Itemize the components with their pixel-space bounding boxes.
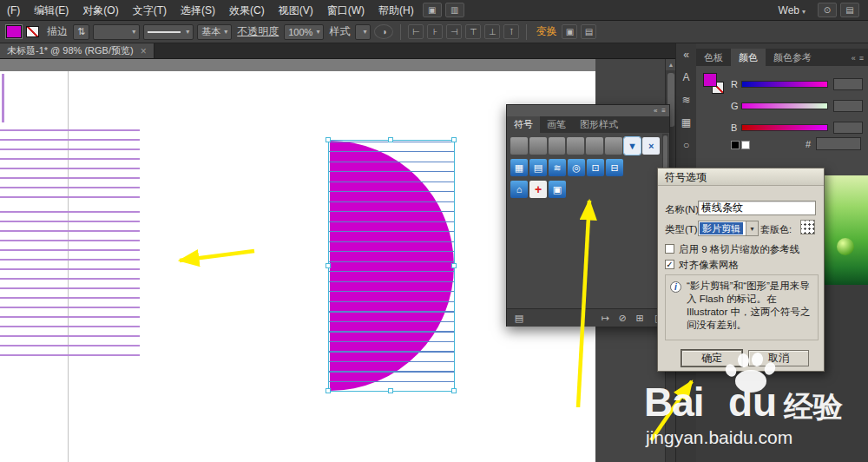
selection-handle[interactable]	[326, 263, 331, 268]
brush-definition-dropdown[interactable]: 基本▾	[197, 24, 232, 40]
registration-point-selector[interactable]	[800, 220, 815, 234]
medical-symbol[interactable]: +	[529, 181, 547, 198]
swatches-panel-icon[interactable]: ▦	[678, 115, 695, 131]
document-tab[interactable]: 未标题-1* @ 98% (RGB/预览) ×	[0, 43, 155, 58]
web-bar-symbol-6[interactable]	[605, 137, 622, 155]
menu-type[interactable]: 文字(T)	[126, 0, 174, 21]
nine-slice-checkbox[interactable]	[665, 244, 674, 254]
tab-symbols[interactable]: 符号	[507, 116, 540, 133]
variable-width-profile-dropdown[interactable]: ▾	[143, 24, 194, 40]
place-symbol-icon[interactable]: ↦	[598, 311, 612, 325]
symbol-type-dropdown[interactable]: 影片剪辑 ▾	[698, 221, 759, 236]
web-bar-symbol-1[interactable]	[510, 137, 528, 155]
selection-handle[interactable]	[326, 388, 331, 393]
selection-handle[interactable]	[326, 137, 331, 142]
align-top-icon[interactable]: ⊤	[465, 24, 481, 39]
stripes-artwork-upper[interactable]	[0, 129, 140, 203]
close-button-symbol[interactable]: ×	[642, 137, 660, 155]
channel-slider[interactable]	[741, 124, 828, 131]
selection-handle[interactable]	[451, 263, 457, 268]
web-bar-symbol-3[interactable]	[549, 137, 566, 155]
align-left-icon[interactable]: ⊢	[408, 24, 424, 39]
search-icon[interactable]: ⊙	[818, 3, 837, 17]
channel-value-field[interactable]	[833, 100, 863, 112]
break-link-icon[interactable]: ⊘	[615, 311, 629, 325]
workspace-switcher[interactable]: Web▾	[772, 4, 812, 16]
selection-box[interactable]	[328, 140, 455, 392]
symbol-library-icon[interactable]: ▤	[512, 311, 526, 325]
cart-symbol[interactable]: ⊟	[606, 159, 623, 176]
channel-value-field[interactable]	[833, 122, 863, 134]
align-right-icon[interactable]: ⊣	[446, 24, 462, 39]
new-symbol-icon[interactable]: ⊞	[633, 311, 647, 325]
home-symbol[interactable]: ⌂	[510, 181, 528, 198]
rss-symbol[interactable]: ≋	[549, 159, 566, 176]
close-tab-icon[interactable]: ×	[141, 45, 147, 57]
transform-link[interactable]: 变换	[536, 24, 556, 39]
menu-select[interactable]: 选择(S)	[174, 0, 222, 21]
symbol-name-input[interactable]	[698, 201, 816, 215]
character-panel-icon[interactable]: A	[678, 69, 695, 86]
printer-symbol[interactable]: ▣	[549, 181, 566, 198]
stripe-artwork-edge[interactable]	[2, 74, 4, 122]
monitor-symbol[interactable]: ⊡	[587, 159, 604, 176]
align-bottom-icon[interactable]: ⊺	[503, 24, 519, 39]
stroke-weight-dropdown[interactable]: ▾	[93, 24, 140, 40]
symbols-panel-header[interactable]: «≡	[507, 105, 669, 116]
tab-brushes[interactable]: 画笔	[540, 116, 573, 133]
stroke-weight-stepper[interactable]: ⇅	[73, 24, 89, 40]
channel-slider[interactable]	[741, 102, 828, 109]
web-bar-symbol-4[interactable]	[567, 137, 584, 155]
appearance-panel-icon[interactable]: ○	[678, 137, 695, 154]
calendar-symbol[interactable]: ▤	[529, 159, 547, 176]
stroke-color-swatch[interactable]	[26, 26, 39, 37]
dialog-title[interactable]: 符号选项	[658, 168, 824, 186]
opacity-dropdown[interactable]: 100%▾	[284, 24, 324, 40]
tab-swatches[interactable]: 色板	[696, 49, 731, 66]
cancel-button[interactable]: 取消	[748, 350, 809, 366]
arrange-documents-icon[interactable]: ▥	[445, 3, 464, 17]
selection-handle[interactable]	[451, 137, 457, 142]
color-spectrum[interactable]	[823, 175, 868, 285]
chevron-down-icon[interactable]: ▾	[746, 221, 758, 235]
fill-color-swatch[interactable]	[6, 25, 22, 38]
menu-window[interactable]: 窗口(W)	[320, 0, 372, 21]
web-bar-symbol-5[interactable]	[586, 137, 603, 155]
menu-effect[interactable]: 效果(C)	[222, 0, 272, 21]
channel-value-field[interactable]	[833, 78, 863, 90]
dropdown-button-symbol[interactable]: ▼	[624, 137, 641, 155]
fill-proxy-swatch[interactable]	[703, 73, 717, 87]
search-symbol[interactable]: ◎	[568, 159, 585, 176]
table-symbol[interactable]: ▦	[510, 159, 528, 176]
panel-menu-icon[interactable]: ≡	[661, 105, 666, 116]
menu-object[interactable]: 对象(O)	[76, 0, 125, 21]
opacity-label[interactable]: 不透明度	[237, 24, 279, 39]
stroke-panel-icon[interactable]: ≋	[678, 92, 695, 109]
menu-file[interactable]: (F)	[0, 0, 27, 21]
align-center-icon[interactable]: ⊦	[427, 24, 443, 39]
menu-edit[interactable]: 编辑(E)	[27, 0, 76, 21]
recolor-artwork-icon[interactable]: ◑	[374, 24, 393, 39]
selection-handle[interactable]	[388, 137, 393, 142]
pixel-grid-checkbox[interactable]: ✓	[665, 260, 674, 269]
expand-dock-icon[interactable]: «	[678, 47, 695, 63]
options-icon[interactable]: ▤	[581, 24, 596, 39]
menu-view[interactable]: 视图(V)	[272, 0, 320, 21]
cs-live-icon[interactable]: ▤	[840, 3, 859, 17]
collapse-panel-icon[interactable]: «	[654, 105, 657, 116]
selection-handle[interactable]	[388, 388, 393, 393]
selection-handle[interactable]	[451, 388, 457, 393]
hex-value-field[interactable]	[816, 137, 861, 150]
isolate-icon[interactable]: ▣	[562, 24, 577, 39]
menu-help[interactable]: 帮助(H)	[372, 0, 421, 21]
web-bar-symbol-2[interactable]	[529, 137, 547, 155]
align-middle-icon[interactable]: ⊥	[484, 24, 500, 39]
tab-color-guide[interactable]: 颜色参考	[766, 49, 819, 66]
tab-color[interactable]: 颜色	[731, 49, 766, 66]
tab-graphic-styles[interactable]: 图形样式	[573, 116, 625, 133]
style-dropdown[interactable]: ▾	[355, 24, 371, 40]
ok-button[interactable]: 确定	[681, 350, 742, 366]
black-swatch[interactable]	[731, 141, 740, 149]
channel-slider[interactable]	[741, 81, 828, 88]
collapse-panels-icon[interactable]: «	[852, 54, 856, 63]
